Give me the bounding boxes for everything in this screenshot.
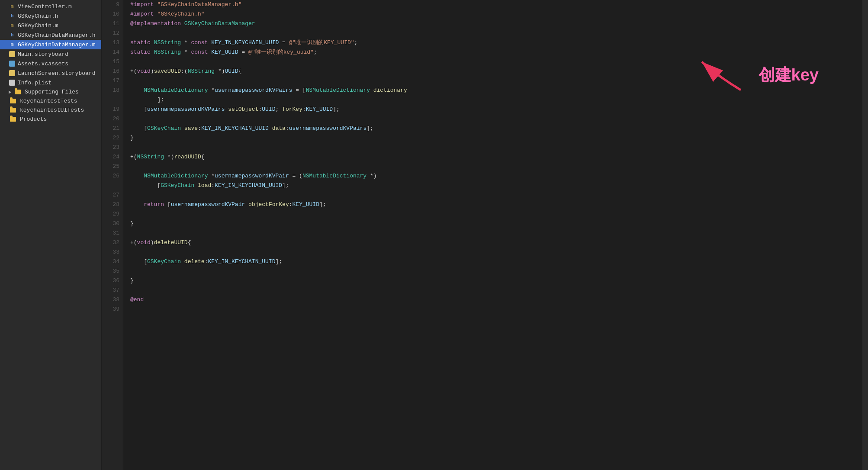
sidebar-item-assets-xcassets[interactable]: Assets.xcassets	[0, 59, 101, 68]
code-line	[130, 190, 862, 200]
disclosure-triangle-icon	[9, 90, 11, 94]
folder-icon	[10, 117, 16, 122]
sidebar-item-keychaintestuitests[interactable]: keychaintestUITests	[0, 106, 101, 115]
h-file-icon: h	[9, 32, 16, 39]
h-file-icon: h	[9, 13, 16, 19]
storyboard-icon	[9, 70, 16, 77]
code-line: }	[130, 219, 862, 229]
code-line: [GSKeyChain delete:KEY_IN_KEYCHAIN_UUID]…	[130, 257, 862, 267]
code-line: ];	[130, 95, 862, 105]
xcassets-icon	[9, 60, 16, 67]
code-line	[130, 162, 862, 171]
code-line	[130, 114, 862, 124]
sidebar-item-main-storyboard[interactable]: Main.storyboard	[0, 49, 101, 59]
code-line: @end	[130, 295, 862, 305]
code-line	[130, 57, 862, 67]
code-line: #import "GSKeyChainDataManager.h"	[130, 0, 862, 10]
m-file-icon: m	[9, 22, 16, 29]
code-line	[130, 29, 862, 38]
code-line	[130, 229, 862, 238]
file-navigator: m ViewController.m h GSKeyChain.h m GSKe…	[0, 0, 102, 470]
code-line: NSMutableDictionary *usernamepasswordKVP…	[130, 86, 862, 95]
sidebar-item-launchscreen-storyboard[interactable]: LaunchScreen.storyboard	[0, 68, 101, 78]
code-line	[130, 248, 862, 257]
code-line	[130, 286, 862, 295]
code-line: @implementation GSKeyChainDataManager	[130, 19, 862, 29]
sidebar-item-viewcontroller-m[interactable]: m ViewController.m	[0, 2, 101, 11]
code-line	[130, 143, 862, 152]
sidebar-item-info-plist[interactable]: Info.plist	[0, 78, 101, 87]
code-line: return [usernamepasswordKVPair objectFor…	[130, 200, 862, 209]
folder-icon	[10, 99, 16, 103]
code-line: [usernamepasswordKVPairs setObject:UUID;…	[130, 105, 862, 114]
folder-icon	[15, 90, 21, 94]
code-editor[interactable]: 9 10 11 12 13 14 15 16 17 18 · 19 20 21 …	[102, 0, 862, 470]
code-lines[interactable]: #import "GSKeyChainDataManager.h" #impor…	[123, 0, 862, 470]
sidebar-item-supporting-files[interactable]: Supporting Files	[0, 87, 101, 97]
storyboard-icon	[9, 51, 16, 58]
sidebar-item-products[interactable]: Products	[0, 115, 101, 124]
sidebar-item-gskeychain-h[interactable]: h GSKeyChain.h	[0, 11, 101, 21]
code-line	[130, 209, 862, 219]
m-file-icon: m	[9, 3, 16, 10]
code-line	[130, 76, 862, 86]
code-line: +(void)saveUUID:(NSString *)UUID{	[130, 67, 862, 76]
sidebar-item-gskeychaindatamanager-m[interactable]: m GSKeyChainDataManager.m	[0, 40, 101, 49]
code-line: NSMutableDictionary *usernamepasswordKVP…	[130, 171, 862, 181]
code-line: static NSString * const KEY_IN_KEYCHAIN_…	[130, 38, 862, 48]
sidebar-item-gskeychaindatamanager-h[interactable]: h GSKeyChainDataManager.h	[0, 30, 101, 40]
plist-icon	[9, 79, 16, 86]
line-numbers: 9 10 11 12 13 14 15 16 17 18 · 19 20 21 …	[102, 0, 123, 470]
code-line: static NSString * const KEY_UUID = @"唯一识…	[130, 48, 862, 57]
code-line: }	[130, 276, 862, 286]
minimap-scrollbar	[862, 0, 868, 470]
code-line: [GSKeyChain load:KEY_IN_KEYCHAIN_UUID];	[130, 181, 862, 190]
code-line: +(NSString *)readUUID{	[130, 152, 862, 162]
code-line: +(void)deleteUUID{	[130, 238, 862, 248]
code-line	[130, 267, 862, 276]
folder-icon	[10, 108, 16, 113]
code-line: [GSKeyChain save:KEY_IN_KEYCHAIN_UUID da…	[130, 124, 862, 133]
code-line	[130, 305, 862, 314]
code-line: }	[130, 133, 862, 143]
code-line: #import "GSKeyChain.h"	[130, 10, 862, 19]
sidebar-item-gskeychain-m[interactable]: m GSKeyChain.m	[0, 21, 101, 30]
sidebar-item-keychaintesttests[interactable]: keychaintestTests	[0, 97, 101, 106]
m-file-icon: m	[9, 41, 16, 48]
